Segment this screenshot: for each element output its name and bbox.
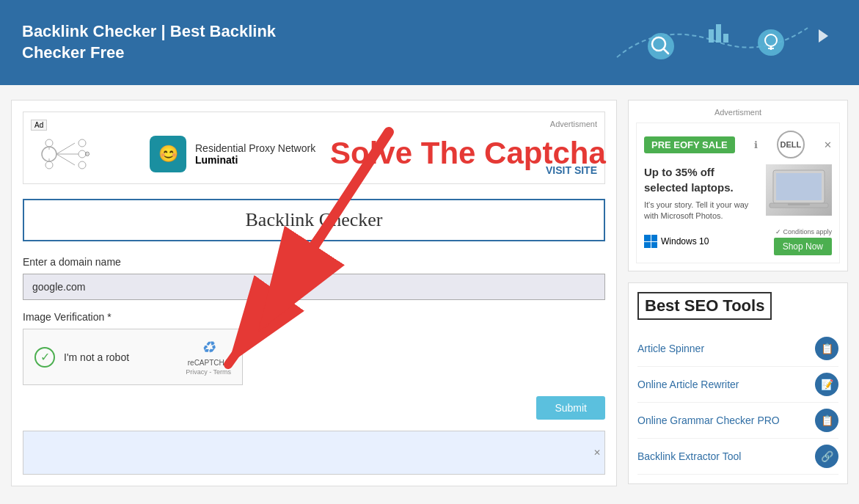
svg-point-19: [78, 139, 86, 147]
header-decoration: [602, 13, 837, 72]
header-title: Backlink Checker | Best Backlink Checker…: [22, 21, 315, 63]
ad-x-icon[interactable]: ✕: [593, 448, 601, 458]
ad-company-brand: Luminati: [195, 154, 238, 166]
svg-rect-28: [788, 203, 810, 205]
svg-point-13: [45, 161, 53, 169]
ad-content: ⚙ 😊 Residential Proxy Network Luminati V…: [31, 132, 597, 176]
dell-ad-text: Up to 35% off selected laptops. It's you…: [644, 164, 759, 222]
seo-tool-icon-2: 📋: [815, 409, 838, 432]
recaptcha-links: Privacy - Terms: [186, 368, 231, 376]
verification-label: Image Verification *: [23, 311, 605, 323]
submit-button[interactable]: Submit: [536, 396, 605, 420]
laptop-svg: [766, 167, 832, 214]
dell-footer: Windows 10 ✓ Conditions apply Shop Now: [644, 228, 832, 255]
svg-text:⚙: ⚙: [84, 150, 90, 158]
ad-label: Advertisment: [31, 120, 597, 128]
windows-logo: Windows 10: [644, 235, 709, 248]
robot-label: I'm not a robot: [64, 351, 129, 363]
ad-company-name: Residential Proxy Network: [195, 142, 315, 154]
recaptcha-box[interactable]: ✓ I'm not a robot ♻ reCAPTCHA Privacy - …: [23, 329, 243, 385]
sidebar-advertisement: Advertisment PRE EOFY SALE ℹ DELL ✕ Up t…: [628, 100, 848, 271]
windows-icon: [644, 235, 657, 248]
svg-point-6: [758, 29, 784, 56]
svg-point-12: [45, 139, 53, 147]
recaptcha-checkmark: ✓: [34, 347, 55, 368]
seo-tool-item: Online Article Rewriter 📝: [637, 367, 838, 403]
domain-input[interactable]: [23, 274, 605, 300]
bottom-ad-strip: ✕: [23, 431, 605, 475]
verification-section: Image Verification * ✓ I'm not a robot ♻…: [23, 311, 605, 385]
seo-tool-item: Backlink Extractor Tool 🔗: [637, 439, 838, 475]
svg-line-17: [56, 143, 75, 154]
svg-rect-26: [776, 173, 822, 200]
tool-title: Backlink Checker: [33, 209, 595, 231]
seo-tools-section: Best SEO Tools Article Spinner 📋 Online …: [628, 282, 848, 484]
dell-laptop-image: [766, 164, 832, 216]
domain-form-section: Enter a domain name: [23, 256, 605, 300]
svg-rect-5: [723, 34, 728, 43]
conditions-text: ✓ Conditions apply: [775, 228, 832, 235]
seo-tool-link-0[interactable]: Article Spinner: [637, 343, 704, 354]
svg-point-21: [78, 161, 86, 169]
domain-label: Enter a domain name: [23, 256, 605, 268]
visit-site-link[interactable]: VISIT SITE: [546, 164, 597, 176]
dell-sale-badge: PRE EOFY SALE: [644, 136, 735, 153]
seo-tool-item: Article Spinner 📋: [637, 331, 838, 367]
close-ad-icon[interactable]: ✕: [824, 139, 832, 150]
ad-company-logo: 😊: [150, 136, 186, 172]
sidebar-ad-label: Advertisment: [636, 108, 840, 117]
recaptcha-brand: reCAPTCHA: [188, 359, 230, 367]
svg-rect-3: [709, 29, 714, 43]
shop-now-button[interactable]: Shop Now: [774, 238, 832, 255]
ad-close-icons: ✕: [593, 448, 601, 458]
seo-tools-list: Article Spinner 📋 Online Article Rewrite…: [637, 331, 838, 475]
seo-tool-link-3[interactable]: Backlink Extractor Tool: [637, 450, 741, 462]
network-svg: ⚙: [34, 132, 137, 176]
seo-tool-icon-3: 🔗: [815, 445, 838, 468]
seo-tool-link-1[interactable]: Online Article Rewriter: [637, 379, 739, 390]
recaptcha-right: ♻ reCAPTCHA Privacy - Terms: [186, 338, 231, 376]
info-icon: ℹ: [754, 139, 758, 150]
dell-ad: PRE EOFY SALE ℹ DELL ✕ Up to 35% off sel…: [636, 123, 840, 263]
right-sidebar: Advertisment PRE EOFY SALE ℹ DELL ✕ Up t…: [628, 100, 848, 486]
header-icons: [602, 13, 837, 72]
recaptcha-left: ✓ I'm not a robot: [34, 347, 129, 368]
seo-tool-item: Online Grammar Checker PRO 📋: [637, 403, 838, 439]
windows-label: Windows 10: [661, 236, 709, 246]
tool-title-box: Backlink Checker: [23, 199, 605, 241]
dell-logo: DELL: [777, 131, 805, 158]
seo-tools-title: Best SEO Tools: [637, 292, 772, 320]
svg-rect-4: [716, 24, 721, 43]
dell-offer: Up to 35% off selected laptops.: [644, 164, 759, 195]
content-area: Ad Advertisment: [11, 100, 617, 486]
recaptcha-logo-icon: ♻: [201, 338, 216, 357]
ad-badge: Ad: [31, 120, 47, 131]
site-header: Backlink Checker | Best Backlink Checker…: [0, 0, 859, 85]
seo-tool-icon-0: 📋: [815, 337, 838, 360]
dell-ad-header: PRE EOFY SALE ℹ DELL ✕: [644, 131, 832, 158]
ad-text: Residential Proxy Network Luminati: [195, 142, 315, 166]
seo-tool-icon-1: 📝: [815, 373, 838, 396]
main-container: Ad Advertisment: [0, 85, 859, 501]
ad-network-graphic: ⚙: [31, 132, 141, 176]
svg-line-18: [56, 154, 75, 165]
advertisement-area: Ad Advertisment: [23, 112, 605, 184]
dell-tagline: It's your story. Tell it your way with M…: [644, 200, 759, 222]
seo-tool-link-2[interactable]: Online Grammar Checker PRO: [637, 414, 780, 426]
svg-marker-10: [819, 29, 828, 43]
dell-ad-body: Up to 35% off selected laptops. It's you…: [644, 164, 832, 222]
